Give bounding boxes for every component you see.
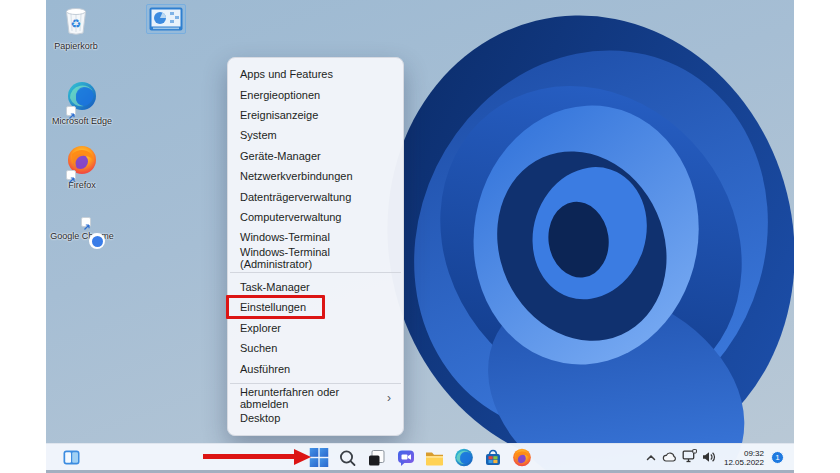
taskbar: 09:32 12.05.2022 1 [46,443,794,470]
menu-item-label: Energieoptionen [240,89,320,101]
menu-item-label: System [240,129,277,141]
menu-item-desktop[interactable]: Desktop [228,408,403,428]
firefox-taskbar-button[interactable] [512,448,532,468]
widgets-icon [63,450,80,465]
menu-item-ausführen[interactable]: Ausführen [228,358,403,378]
desktop-icon-edge[interactable]: Microsoft Edge [50,81,114,126]
desktop-icon-recycle-bin[interactable]: ♻ Papierkorb [46,4,108,51]
notification-badge[interactable]: 1 [771,451,784,464]
network-icon [682,449,697,463]
tray-time: 09:32 [724,449,764,458]
menu-item-explorer[interactable]: Explorer [228,318,403,338]
pie-chart-window-icon [149,7,183,31]
desktop-icon-label: Firefox [50,180,114,190]
file-explorer-button[interactable] [425,448,445,468]
screenshot-canvas: ♻ Papierkorb Microsoft Edge [0,0,840,473]
menu-item-ereignisanzeige[interactable]: Ereignisanzeige [228,105,403,125]
taskbar-center-icons [309,444,532,471]
menu-separator [230,272,401,273]
file-explorer-icon [425,449,445,467]
shortcut-arrow-icon [66,170,76,180]
recycle-bin-icon: ♻ [61,4,91,40]
task-view-icon [368,449,386,467]
tray-network-button[interactable] [682,449,697,467]
tray-volume-button[interactable] [702,449,716,467]
menu-item-label: Computerverwaltung [240,211,342,223]
menu-item-energieoptionen[interactable]: Energieoptionen [228,84,403,104]
menu-item-suchen[interactable]: Suchen [228,338,403,358]
menu-item-task-manager[interactable]: Task-Manager [228,277,403,297]
volume-icon [702,451,716,463]
menu-item-system[interactable]: System [228,125,403,145]
desktop-icon-label: Papierkorb [46,41,108,51]
desktop-icon-screenshot-app[interactable] [146,4,186,34]
store-button[interactable] [483,448,503,468]
menu-item-herunterfahren-oder-abmelden[interactable]: Herunterfahren oder abmelden › [228,388,403,408]
desktop-icon-firefox[interactable]: Firefox [50,145,114,190]
widgets-button[interactable] [62,448,81,467]
context-menu: Apps und Features Energieoptionen Ereign… [227,57,404,436]
menu-item-label: Suchen [240,342,277,354]
menu-item-geräte-manager[interactable]: Geräte-Manager [228,146,403,166]
search-button[interactable] [338,448,358,468]
menu-item-label: Geräte-Manager [240,150,321,162]
task-view-button[interactable] [367,448,387,468]
menu-item-datenträgerverwaltung[interactable]: Datenträgerverwaltung [228,186,403,206]
tray-clock[interactable]: 09:32 12.05.2022 [724,449,764,467]
menu-item-label: Apps und Features [240,68,333,80]
menu-item-label: Ausführen [240,363,290,375]
system-tray: 09:32 12.05.2022 1 [645,444,784,471]
desktop-icon-label: Microsoft Edge [50,116,114,126]
shortcut-arrow-icon [81,217,91,227]
menu-item-windows-terminal-administrator-[interactable]: Windows-Terminal (Administrator) [228,248,403,268]
chevron-up-icon [645,452,657,463]
tray-chevron-up-button[interactable] [645,449,657,467]
menu-item-label: Ereignisanzeige [240,109,318,121]
search-icon [339,449,357,467]
svg-text:♻: ♻ [71,17,82,31]
start-button[interactable] [309,448,329,468]
desktop: ♻ Papierkorb Microsoft Edge [46,0,794,473]
desktop-icon-chrome[interactable]: Google Chrome [50,212,114,241]
edge-taskbar-button[interactable] [454,448,474,468]
menu-item-netzwerkverbindungen[interactable]: Netzwerkverbindungen [228,166,403,186]
menu-item-computerverwaltung[interactable]: Computerverwaltung [228,207,403,227]
chat-button[interactable] [396,448,416,468]
menu-item-label: Windows-Terminal [240,231,330,243]
edge-icon [67,81,97,115]
submenu-chevron-icon: › [387,392,391,404]
menu-item-label: Explorer [240,322,281,334]
menu-item-label: Herunterfahren oder abmelden [240,386,387,410]
menu-item-label: Netzwerkverbindungen [240,170,353,182]
chat-icon [396,448,415,467]
edge-icon [454,448,473,467]
menu-item-label: Desktop [240,412,280,424]
menu-item-einstellungen[interactable]: Einstellungen [228,297,403,317]
menu-separator [230,383,401,384]
menu-item-windows-terminal[interactable]: Windows-Terminal [228,227,403,247]
menu-item-label: Windows-Terminal (Administrator) [240,246,391,270]
tray-onedrive-button[interactable] [662,449,677,467]
tray-date: 12.05.2022 [724,458,764,467]
store-icon [483,448,502,467]
wallpaper-bloom [376,0,794,473]
menu-item-label: Einstellungen [240,301,306,313]
menu-item-label: Task-Manager [240,281,310,293]
menu-item-apps-und-features[interactable]: Apps und Features [228,64,403,84]
shortcut-arrow-icon [66,106,76,116]
firefox-icon [512,448,531,467]
firefox-icon [67,145,97,179]
start-icon [309,448,328,467]
onedrive-cloud-icon [662,451,677,463]
menu-item-label: Datenträgerverwaltung [240,191,351,203]
